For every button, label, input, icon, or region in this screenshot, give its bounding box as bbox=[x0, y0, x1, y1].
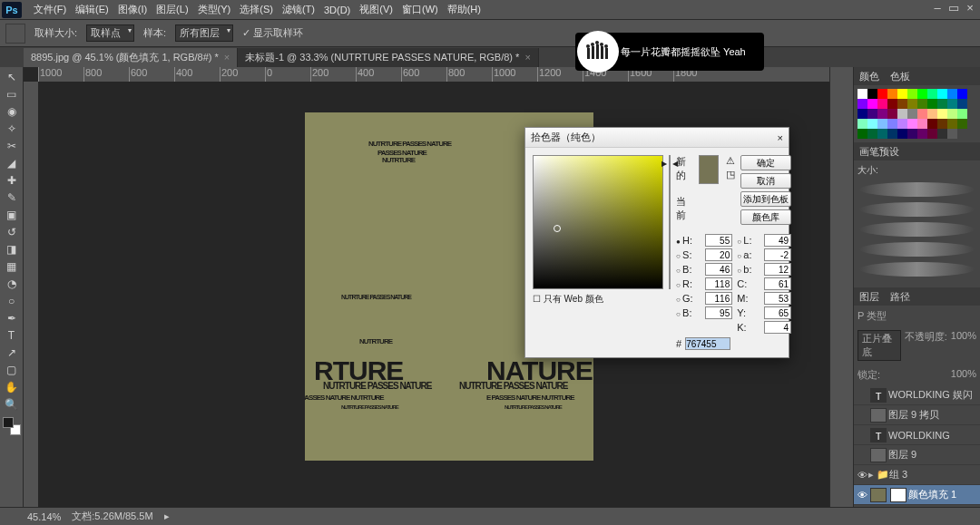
a-input[interactable] bbox=[764, 248, 791, 261]
h-input[interactable] bbox=[705, 234, 732, 247]
swatch[interactable] bbox=[947, 129, 957, 139]
swatch[interactable] bbox=[927, 89, 937, 99]
swatch[interactable] bbox=[887, 89, 897, 99]
ok-button[interactable]: 确定 bbox=[740, 155, 791, 170]
visibility-icon[interactable]: 👁 bbox=[856, 490, 868, 501]
menu-edit[interactable]: 编辑(E) bbox=[71, 3, 113, 16]
doc-tab[interactable]: 未标题-1 @ 33.3% (NUTRTURE PASSES NATURE, R… bbox=[238, 48, 539, 67]
hue-slider[interactable] bbox=[669, 155, 671, 289]
swatch[interactable] bbox=[947, 109, 957, 119]
gradient-tool[interactable]: ▦ bbox=[3, 258, 21, 275]
swatch[interactable] bbox=[897, 129, 907, 139]
color-marker[interactable] bbox=[554, 225, 561, 232]
panel-dock[interactable] bbox=[829, 67, 853, 507]
tab-layers[interactable]: 图层 bbox=[854, 287, 885, 306]
swatch[interactable] bbox=[937, 129, 947, 139]
swatch[interactable] bbox=[927, 119, 937, 129]
swatch[interactable] bbox=[858, 119, 867, 129]
labb-radio[interactable]: b: bbox=[737, 264, 760, 275]
swatch[interactable] bbox=[858, 129, 867, 139]
sample-select[interactable]: 所有图层 bbox=[175, 24, 233, 42]
swatch[interactable] bbox=[867, 99, 877, 109]
layer-name[interactable]: 组 3 bbox=[889, 468, 978, 481]
swatch[interactable] bbox=[887, 99, 897, 109]
swatch[interactable] bbox=[858, 89, 867, 99]
dodge-tool[interactable]: ○ bbox=[3, 293, 21, 309]
swatch[interactable] bbox=[907, 99, 917, 109]
zoom-tool[interactable]: 🔍 bbox=[3, 396, 21, 413]
zoom-level[interactable]: 45.14% bbox=[27, 511, 61, 522]
swatch[interactable] bbox=[887, 109, 897, 119]
swatch[interactable] bbox=[877, 89, 887, 99]
hand-tool[interactable]: ✋ bbox=[3, 379, 21, 395]
b-input[interactable] bbox=[705, 263, 732, 276]
brush-tool[interactable]: ✎ bbox=[3, 190, 21, 206]
layer-row[interactable]: 👁▸ 📁组 3 bbox=[854, 465, 980, 485]
swatch[interactable] bbox=[917, 129, 927, 139]
color-picker-dialog[interactable]: 拾色器（纯色） × 只有 Web 颜色 新的 当前 bbox=[524, 127, 789, 358]
menu-filter[interactable]: 滤镜(T) bbox=[278, 3, 319, 16]
menu-select[interactable]: 选择(S) bbox=[235, 3, 278, 16]
type-tool[interactable]: T bbox=[3, 327, 21, 344]
layer-name[interactable]: WORLDKING bbox=[888, 430, 978, 441]
history-tool[interactable]: ↺ bbox=[3, 224, 21, 240]
swatch[interactable] bbox=[937, 119, 947, 129]
menu-help[interactable]: 帮助(H) bbox=[443, 3, 485, 16]
doc-size[interactable]: 文档:5.26M/85.5M bbox=[72, 510, 152, 523]
swatch[interactable] bbox=[867, 109, 877, 119]
swatch[interactable] bbox=[957, 89, 967, 99]
swatch[interactable] bbox=[887, 119, 897, 129]
layer-name[interactable]: 图层 9 拷贝 bbox=[888, 408, 978, 422]
bb-input[interactable] bbox=[705, 306, 732, 319]
stamp-tool[interactable]: ▣ bbox=[3, 207, 21, 223]
swatch[interactable] bbox=[957, 109, 967, 119]
visibility-icon[interactable]: 👁 bbox=[856, 470, 868, 481]
menu-layer[interactable]: 图层(L) bbox=[152, 3, 192, 16]
close-tab-icon[interactable]: × bbox=[224, 52, 230, 63]
hex-input[interactable] bbox=[685, 337, 730, 350]
layer-name[interactable]: 图层 9 bbox=[888, 448, 978, 462]
layer-row[interactable]: TWORLDKING 娱闪 bbox=[854, 385, 980, 405]
healing-tool[interactable]: ✚ bbox=[3, 172, 21, 189]
menu-file[interactable]: 文件(F) bbox=[29, 3, 71, 16]
r-radio[interactable]: R: bbox=[676, 278, 701, 289]
r-input[interactable] bbox=[705, 277, 732, 290]
swatch[interactable] bbox=[927, 129, 937, 139]
c-input[interactable] bbox=[764, 277, 791, 290]
swatch[interactable] bbox=[858, 109, 867, 119]
swatch[interactable] bbox=[917, 99, 927, 109]
swatch[interactable] bbox=[917, 119, 927, 129]
swatch[interactable] bbox=[927, 109, 937, 119]
bb-radio[interactable]: B: bbox=[676, 307, 701, 318]
wand-tool[interactable]: ✧ bbox=[3, 121, 21, 137]
swatch[interactable] bbox=[897, 89, 907, 99]
swatch[interactable] bbox=[887, 129, 897, 139]
color-field[interactable] bbox=[533, 155, 663, 289]
swatch[interactable] bbox=[907, 119, 917, 129]
blend-select[interactable]: 正片叠底 bbox=[858, 330, 901, 361]
h-radio[interactable]: H: bbox=[676, 235, 701, 246]
lasso-tool[interactable]: ◉ bbox=[3, 103, 21, 120]
fill-value[interactable]: 100% bbox=[951, 368, 976, 382]
layer-row[interactable]: TWORLDKING bbox=[854, 425, 980, 445]
shape-tool[interactable]: ▢ bbox=[3, 362, 21, 378]
marquee-tool[interactable]: ▭ bbox=[3, 86, 21, 102]
swatch[interactable] bbox=[937, 109, 947, 119]
tab-swatches[interactable]: 色板 bbox=[885, 67, 916, 85]
brush-panel[interactable]: 大小: bbox=[854, 160, 980, 287]
layer-row[interactable]: 👁颜色填充 1 bbox=[854, 485, 980, 505]
swatch[interactable] bbox=[897, 99, 907, 109]
crop-tool[interactable]: ✂ bbox=[3, 138, 21, 154]
cancel-button[interactable]: 取消 bbox=[740, 173, 791, 189]
maximize-button[interactable]: ▭ bbox=[946, 2, 962, 16]
swatch[interactable] bbox=[937, 99, 947, 109]
m-input[interactable] bbox=[764, 292, 791, 305]
close-tab-icon[interactable]: × bbox=[524, 52, 530, 63]
dialog-title-bar[interactable]: 拾色器（纯色） × bbox=[525, 128, 789, 148]
swatch[interactable] bbox=[877, 99, 887, 109]
swatch[interactable] bbox=[858, 99, 867, 109]
tab-paths[interactable]: 路径 bbox=[885, 287, 916, 306]
s-input[interactable] bbox=[705, 248, 732, 261]
notification-toast[interactable]: 每一片花瓣都摇摇欲坠 Yeah bbox=[575, 33, 764, 71]
swatch[interactable] bbox=[927, 99, 937, 109]
